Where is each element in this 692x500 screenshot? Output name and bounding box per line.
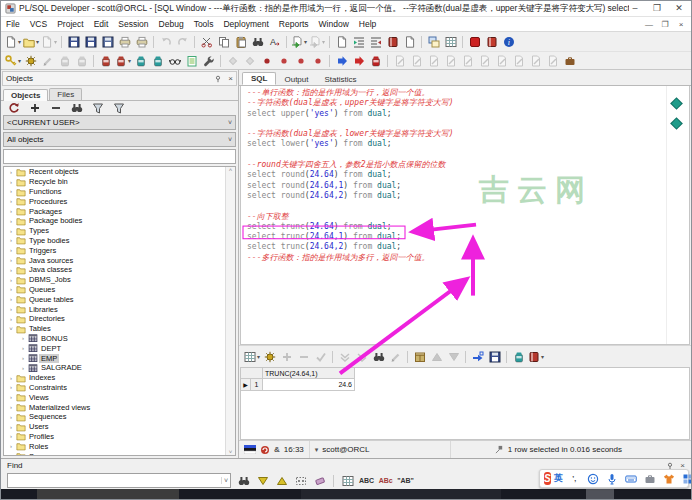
tree-item-salgrade[interactable]: ›SALGRADE: [4, 363, 235, 373]
chevron-collapsed-icon[interactable]: ›: [7, 247, 15, 253]
chevron-collapsed-icon[interactable]: ›: [7, 433, 15, 439]
log-on-button[interactable]: ▾: [4, 54, 22, 68]
kill-session-button[interactable]: [367, 54, 384, 68]
rollback-button[interactable]: ▾: [114, 54, 132, 68]
chevron-expanded-icon[interactable]: ˅: [7, 326, 15, 332]
undo-button[interactable]: [157, 35, 174, 49]
tree-item-dbms-jobs[interactable]: ›DBMS_Jobs: [4, 275, 235, 285]
editor-line[interactable]: [241, 119, 665, 129]
chevron-collapsed-icon[interactable]: ›: [19, 345, 27, 351]
chevron-collapsed-icon[interactable]: ›: [7, 453, 15, 456]
describe-button[interactable]: [333, 35, 350, 49]
menu-tools[interactable]: Tools: [189, 17, 219, 31]
new-sql-window-button[interactable]: ▾: [4, 35, 22, 49]
menu-session[interactable]: Session: [113, 17, 153, 31]
menu-project[interactable]: Project: [52, 17, 88, 31]
tree-scrollbar[interactable]: ˄˅: [225, 167, 235, 455]
tree-item-triggers[interactable]: ›Triggers: [4, 245, 235, 255]
debug-dot-4-button[interactable]: [309, 54, 326, 68]
taskbar-segment[interactable]: [586, 489, 614, 499]
scroll-down-icon[interactable]: ˅: [229, 449, 233, 455]
unindent-button[interactable]: [367, 35, 384, 49]
edit-tool-8-button[interactable]: [510, 54, 527, 68]
scroll-up-icon[interactable]: ˄: [229, 167, 233, 173]
chevron-collapsed-icon[interactable]: ›: [7, 443, 15, 449]
editor-line[interactable]: select lower('yes') from dual;: [241, 139, 665, 149]
menu-help[interactable]: Help: [354, 17, 381, 31]
about-button[interactable]: i: [500, 35, 517, 49]
ime-toolbox-button[interactable]: [642, 472, 659, 486]
object-search-input[interactable]: [3, 149, 236, 164]
chevron-collapsed-icon[interactable]: ›: [7, 384, 15, 390]
find-in-window-button[interactable]: [339, 474, 356, 488]
chevron-collapsed-icon[interactable]: ›: [7, 228, 15, 234]
tree-item-dept[interactable]: ›DEPT: [4, 343, 235, 353]
edit-tool-9-button[interactable]: [527, 54, 544, 68]
tree-item-roles[interactable]: ›Roles: [4, 441, 235, 451]
edit-tool-3-button[interactable]: [425, 54, 442, 68]
save-results-button[interactable]: [486, 350, 503, 364]
tree-item-java-sources[interactable]: ›Java sources: [4, 255, 235, 265]
redo-button[interactable]: [174, 35, 191, 49]
stop-button[interactable]: [466, 35, 483, 49]
refresh-button[interactable]: [5, 101, 22, 115]
edit-cell-button[interactable]: [387, 350, 404, 364]
chevron-collapsed-icon[interactable]: ›: [7, 237, 15, 243]
save-as-button[interactable]: [99, 35, 116, 49]
edit-tool-6-button[interactable]: [476, 54, 493, 68]
tree-item-tables[interactable]: ˅Tables: [4, 324, 235, 334]
collapse-button[interactable]: [47, 101, 64, 115]
tree-item-synonyms[interactable]: ›Synonyms: [4, 451, 235, 456]
auto-refresh-icon[interactable]: [260, 445, 270, 455]
menu-debug[interactable]: Debug: [154, 17, 189, 31]
tree-item-indexes[interactable]: ›Indexes: [4, 373, 235, 383]
ime-skin-button[interactable]: [661, 472, 678, 486]
commit-button[interactable]: [97, 54, 114, 68]
tree-item-constraints[interactable]: ›Constraints: [4, 383, 235, 393]
tree-item-bonus[interactable]: ›BONUS: [4, 334, 235, 344]
find-next-button[interactable]: [254, 474, 271, 488]
editor-line[interactable]: select trunc(24.64,1) from dual;: [241, 232, 665, 242]
first-page-button[interactable]: [336, 350, 353, 364]
editor-line[interactable]: --round关键字四舍五入，参数2是指小数点保留的位数: [241, 160, 665, 170]
grid-options-button[interactable]: ▾: [243, 350, 261, 364]
move-down-button[interactable]: [445, 350, 462, 364]
editor-line[interactable]: [241, 150, 665, 160]
grid-row[interactable]: ▶124.6: [241, 379, 689, 391]
print-preview-button[interactable]: [133, 35, 150, 49]
fetch-all-button[interactable]: [411, 350, 428, 364]
macro-library-button[interactable]: [561, 54, 578, 68]
ime-keyboard-button[interactable]: [623, 472, 640, 486]
menu-reports[interactable]: Reports: [274, 17, 314, 31]
connection-select[interactable]: ▾ scott@ORCL: [310, 441, 451, 458]
ime-grid-button[interactable]: [680, 472, 692, 486]
tab-objects[interactable]: Objects: [3, 89, 48, 101]
chevron-collapsed-icon[interactable]: ›: [7, 306, 15, 312]
next-spot-button[interactable]: ▾: [308, 35, 326, 49]
print-button[interactable]: [116, 35, 133, 49]
paste-button[interactable]: [232, 35, 249, 49]
grid-column-header[interactable]: TRUNC(24.64,1): [263, 368, 355, 379]
editor-line[interactable]: --字符函数(dual是虚表，upper关键字是将字符变大写): [241, 98, 665, 108]
find-search-button[interactable]: [235, 474, 252, 488]
editor-line[interactable]: select trunc(24.64,2) from dual;: [241, 242, 665, 252]
chevron-collapsed-icon[interactable]: ›: [7, 404, 15, 410]
tree-item-functions[interactable]: ›Functions: [4, 187, 235, 197]
find-previous-button[interactable]: [273, 474, 290, 488]
post-changes-button[interactable]: [312, 350, 329, 364]
tree-item-emp[interactable]: ›EMP: [4, 353, 235, 363]
taskbar-segment[interactable]: [37, 489, 179, 499]
tree-item-queue-tables[interactable]: ›Queue tables: [4, 294, 235, 304]
editor-line[interactable]: select upper('yes') from dual;: [241, 109, 665, 119]
ime-comma-button[interactable]: ’,: [566, 472, 583, 486]
compile-button[interactable]: [56, 54, 73, 68]
break-marker-1-button[interactable]: [224, 54, 241, 68]
editor-line[interactable]: select trunc(24.64) from dual;: [241, 222, 665, 232]
pin-icon[interactable]: [495, 445, 504, 454]
last-page-button[interactable]: [353, 350, 370, 364]
sql-editor[interactable]: ---单行函数：指的是作用域为一行，返回一个值。--字符函数(dual是虚表，u…: [240, 86, 690, 345]
report-button[interactable]: ▾: [527, 350, 545, 364]
indent-button[interactable]: [350, 35, 367, 49]
tree-item-profiles[interactable]: ›Profiles: [4, 432, 235, 442]
previous-spot-button[interactable]: ▾: [290, 35, 308, 49]
